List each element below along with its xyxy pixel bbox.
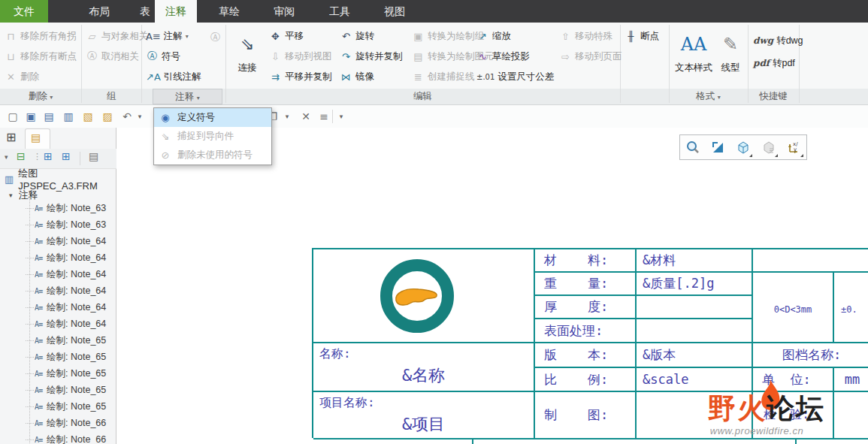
tab-review[interactable]: 审阅 <box>263 0 305 23</box>
move-view-icon: ⇩ <box>269 51 282 62</box>
group-label-format[interactable]: 格式 ▾ <box>669 89 748 104</box>
activate-icon[interactable]: ≡ <box>316 108 332 125</box>
new-file-icon[interactable]: ▢ <box>5 108 21 125</box>
tree-columns2-icon[interactable]: ⊞ <box>62 150 71 162</box>
save-icon[interactable]: ▣ <box>23 108 39 125</box>
connect-button[interactable]: ⇘ 连接 <box>230 27 265 86</box>
symbol-button[interactable]: Ⓐ 符号 <box>146 47 180 65</box>
annotation-icon: A≡ <box>146 31 161 42</box>
tree-note-item[interactable]: A≡绘制: Note_65 <box>0 349 106 365</box>
tree-note-item[interactable]: A≡绘制: Note_64 <box>0 316 106 332</box>
note-label: 绘制: Note_64 <box>47 252 106 264</box>
tree-note-item[interactable]: A≡绘制: Note_64 <box>0 299 106 316</box>
tree-note-item[interactable]: A≡绘制: Note_64 <box>0 282 106 299</box>
close-window-icon[interactable]: ✕ <box>298 108 314 125</box>
tree-note-item[interactable]: A≡绘制: Note_64 <box>0 233 106 249</box>
tree-note-item[interactable]: A≡绘制: Note_65 <box>0 365 106 382</box>
mirror-button[interactable]: ⋈ 镜像 <box>340 68 374 86</box>
tree-dash <box>26 373 34 374</box>
line-style-button[interactable]: ✎ 线型 <box>715 27 746 86</box>
tree-note-item[interactable]: A≡绘制: Note_63 <box>0 200 106 216</box>
tree-note-item[interactable]: A≡绘制: Note_65 <box>0 382 106 398</box>
tab-view[interactable]: 视图 <box>374 0 416 23</box>
tree-note-item[interactable]: A≡绘制: Note_65 <box>0 332 106 349</box>
settings-doc-icon[interactable]: ▤ <box>89 150 98 162</box>
quick-access-toolbar: ▢ ▣ ▤ ▥ ▧ ▨ ↶ ▾ ❐ ▾ ✕ ≡ ▾ <box>0 105 868 128</box>
unit-value: mm <box>834 368 868 392</box>
tree-note-item[interactable]: A≡绘制: Note_64 <box>0 266 106 282</box>
collapse-caret-icon[interactable]: ▾ <box>9 192 13 199</box>
tree-more-dots-icon[interactable]: ⋮ <box>33 152 41 162</box>
note-icon: A≡ <box>35 204 42 213</box>
table-stub-line <box>472 438 473 444</box>
move-icon: ✥ <box>269 31 282 42</box>
tree-note-item[interactable]: A≡绘制: Note_63 <box>0 216 106 233</box>
tree-root-drawing[interactable]: ▥ 绘图 JPSPEC_A3.FRM <box>0 171 116 187</box>
note-button[interactable]: A≡ 注解 ▾ <box>146 27 189 45</box>
button-label: 转dwg <box>776 35 803 47</box>
validate-icon[interactable]: ▧ <box>80 108 96 125</box>
tab-sketch[interactable]: 草绘 <box>208 0 250 23</box>
sketch-projection-button[interactable]: ∿ 草绘投影 <box>476 47 530 65</box>
thickness-label: 厚 度: <box>535 296 637 319</box>
group-label-delete[interactable]: 删除 ▾ <box>0 89 81 104</box>
tree-note-item[interactable]: A≡绘制: Note_66 <box>0 415 106 431</box>
datum-display-icon[interactable]: x/y <box>784 137 804 158</box>
symbol-icon: Ⓐ <box>146 50 159 63</box>
tree-style-icon[interactable]: ⊟ <box>17 150 26 162</box>
tree-filter-caret-icon[interactable]: ▾ <box>5 153 8 161</box>
drawing-canvas[interactable]: x/y 材 料: &材料 重 量: &质量[.2]g 厚 度: 表面处理: 0<… <box>117 128 868 444</box>
backup-icon[interactable]: ▥ <box>60 108 77 125</box>
dwg-icon: dwg <box>753 35 773 46</box>
empty-cell <box>834 392 868 439</box>
watermark-brand-orange: 野火 <box>708 392 767 424</box>
move-and-copy-button[interactable]: ⇉ 平移并复制 <box>269 68 332 86</box>
tab-file[interactable]: 文件 <box>0 0 48 23</box>
thickness-value <box>637 296 753 319</box>
zoom-scale-button[interactable]: ↗ 缩放 <box>476 27 511 45</box>
tree-note-item[interactable]: A≡绘制: Note_66 <box>0 431 106 444</box>
rotate-button[interactable]: ↶ 旋转 <box>340 27 374 45</box>
tree-note-item[interactable]: A≡绘制: Note_64 <box>0 249 106 266</box>
tab-layout[interactable]: 布局 <box>78 0 120 23</box>
move-button[interactable]: ✥ 平移 <box>269 27 304 45</box>
saved-views-icon[interactable] <box>733 137 753 158</box>
zoom-icon[interactable] <box>682 137 703 158</box>
remove-all-breaks-button: ⊔ 移除所有断点 <box>5 47 77 65</box>
breakpoint-button[interactable]: ╫ 断点 <box>625 27 659 45</box>
refit-icon[interactable] <box>708 137 728 158</box>
watermark-url: www.proewildfire.cn <box>700 425 813 436</box>
note-label: 绘制: Note_66 <box>47 433 106 444</box>
set-dimension-tolerance-button[interactable]: ±.01 设置尺寸公差 <box>476 68 554 86</box>
delete-icon: ✕ <box>5 71 17 83</box>
snap-guide-icon: ⇘ <box>159 131 171 142</box>
note-label: 绘制: Note_64 <box>47 285 106 298</box>
tree-columns-icon[interactable]: ⊞ <box>44 150 53 162</box>
tab-tools[interactable]: 工具 <box>319 0 361 23</box>
saveas-icon[interactable]: ▤ <box>41 108 57 125</box>
export-dwg-button[interactable]: dwg 转dwg <box>753 32 803 50</box>
undo-icon[interactable]: ↶ <box>119 108 135 125</box>
connect-icon: ⇘ <box>230 27 265 62</box>
layers-tab[interactable]: ▤ <box>25 128 50 149</box>
toolbar-options-caret-icon[interactable]: ▾ <box>337 108 346 125</box>
drawn-by-label: 制 图: <box>535 392 637 439</box>
tree-note-item[interactable]: A≡绘制: Note_65 <box>0 398 106 415</box>
leader-note-button[interactable]: ↗A 引线注解 <box>146 68 201 86</box>
undo-caret-icon[interactable]: ▾ <box>135 108 144 125</box>
group-label-annotate[interactable]: 注释 ▾ <box>153 89 222 104</box>
text-style-button[interactable]: AA 文本样式 <box>673 27 714 86</box>
create-snap-lines-button: ≣ 创建捕捉线 <box>412 68 475 86</box>
model-tree-tab-icon[interactable]: ⊞ <box>6 130 16 144</box>
open-icon[interactable]: ▨ <box>99 108 116 125</box>
tab-annotate[interactable]: 注释 <box>155 0 197 23</box>
note-icon: A≡ <box>35 436 42 444</box>
note-icon: A≡ <box>35 270 42 279</box>
rotate-and-copy-button[interactable]: ↷ 旋转并复制 <box>340 47 403 65</box>
note-label: 绘制: Note_64 <box>47 318 106 331</box>
export-pdf-button[interactable]: pdf 转pdf <box>753 54 795 72</box>
project-cell: 项目名称: &项目 <box>313 392 535 439</box>
version-value: &版本 <box>637 343 753 368</box>
windows-caret-icon[interactable]: ▾ <box>283 108 292 125</box>
menu-item-define-symbol[interactable]: ◉ 定义符号 <box>154 108 271 127</box>
